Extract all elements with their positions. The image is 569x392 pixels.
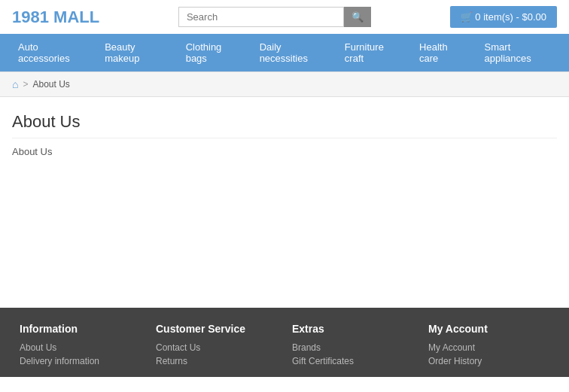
footer-link[interactable]: My Account (428, 342, 549, 353)
footer-column-title: Customer Service (156, 323, 277, 335)
footer-link[interactable]: Brands (292, 342, 413, 353)
breadcrumb-current: About Us (32, 79, 69, 90)
footer: InformationAbout UsDelivery informationC… (0, 308, 569, 377)
footer-column: Customer ServiceContact UsReturns (148, 323, 284, 369)
footer-column: InformationAbout UsDelivery information (12, 323, 148, 369)
search-button[interactable]: 🔍 (344, 7, 371, 27)
navbar-item[interactable]: Beauty makeup (94, 34, 175, 71)
footer-link[interactable]: About Us (20, 342, 141, 353)
navbar-item[interactable]: Health care (409, 34, 474, 71)
logo[interactable]: 1981 MALL (12, 8, 99, 27)
navbar-item[interactable]: Daily necessities (249, 34, 334, 71)
footer-link[interactable]: Contact Us (156, 342, 277, 353)
breadcrumb-separator: > (23, 79, 28, 90)
page-subtitle: About Us (12, 146, 557, 157)
header: 1981 MALL 🔍 🛒 0 item(s) - $0.00 (0, 0, 569, 34)
footer-link[interactable]: Order History (428, 356, 549, 366)
breadcrumb: ⌂ > About Us (0, 71, 569, 97)
footer-column: ExtrasBrandsGift Certificates (284, 323, 421, 369)
footer-columns: InformationAbout UsDelivery informationC… (12, 323, 557, 369)
footer-column-title: Information (20, 323, 141, 335)
footer-link[interactable]: Returns (156, 356, 277, 366)
breadcrumb-home-icon[interactable]: ⌂ (12, 78, 18, 90)
footer-link[interactable]: Gift Certificates (292, 356, 413, 366)
navbar-item[interactable]: Clothing bags (175, 34, 249, 71)
search-input[interactable] (178, 7, 344, 27)
navbar-item[interactable]: Auto accessories (8, 34, 94, 71)
main-content: About Us About Us (0, 97, 569, 308)
page-title: About Us (12, 112, 557, 138)
search-bar: 🔍 (178, 7, 371, 27)
navbar-item[interactable]: Furniture craft (334, 34, 409, 71)
footer-column-title: My Account (428, 323, 549, 335)
footer-column: My AccountMy AccountOrder History (421, 323, 557, 369)
footer-link[interactable]: Delivery information (20, 356, 141, 366)
navbar-item[interactable]: Smart appliances (474, 34, 561, 71)
cart-button[interactable]: 🛒 0 item(s) - $0.00 (450, 6, 557, 28)
footer-column-title: Extras (292, 323, 413, 335)
navbar: Auto accessoriesBeauty makeupClothing ba… (0, 34, 569, 71)
